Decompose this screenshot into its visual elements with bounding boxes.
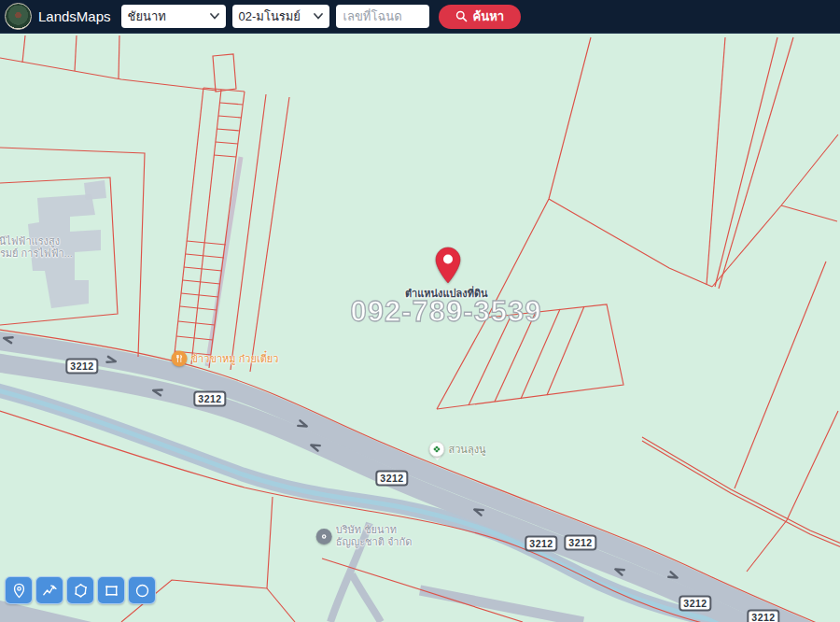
navbar: LandsMaps ชัยนาท 02-มโนรมย์ ค้นหา bbox=[0, 0, 840, 34]
park-icon bbox=[428, 442, 444, 458]
poi-garden[interactable]: สวนลุงนู bbox=[428, 442, 485, 458]
landsmaps-logo bbox=[5, 3, 32, 30]
district-select-value: 02-มโนรมย์ bbox=[239, 7, 301, 26]
measure-line-icon bbox=[41, 582, 59, 600]
road-number-badge: 3212 bbox=[679, 596, 711, 612]
poi-label: ข้าวขาหมู ก๋วยเตี๋ยว bbox=[191, 353, 279, 365]
circle-icon bbox=[133, 582, 151, 600]
parcel-boundaries bbox=[0, 35, 840, 622]
map-toolbar bbox=[5, 576, 156, 604]
poi-label: สวนลุงนู bbox=[448, 444, 485, 456]
chevron-down-icon bbox=[314, 13, 323, 20]
deed-number-input[interactable] bbox=[336, 5, 429, 28]
road-number-badge: 3212 bbox=[65, 359, 98, 375]
brand-title: LandsMaps bbox=[38, 8, 111, 24]
road-number-badge: 3212 bbox=[525, 536, 557, 552]
poi-restaurant[interactable]: ข้าวขาหมู ก๋วยเตี๋ยว bbox=[172, 351, 279, 367]
poi-label: บริษัท ชัยนาทธัญญะชาติ จำกัด bbox=[336, 524, 413, 548]
road-number-badge: 3212 bbox=[193, 391, 226, 407]
poi-label: สถานีไฟฟ้าแรงสูงมโนรมย์ การไฟฟ้า... bbox=[0, 235, 73, 260]
tool-measure-button[interactable] bbox=[35, 576, 63, 604]
road-number-badge: 3212 bbox=[375, 471, 408, 487]
company-icon bbox=[316, 529, 332, 544]
poi-company[interactable]: บริษัท ชัยนาทธัญญะชาติ จำกัด bbox=[316, 524, 413, 548]
road-number-badge: 3212 bbox=[747, 610, 779, 622]
poi-power-station[interactable]: สถานีไฟฟ้าแรงสูงมโนรมย์ การไฟฟ้า... bbox=[0, 235, 73, 260]
district-select[interactable]: 02-มโนรมย์ bbox=[232, 5, 329, 28]
location-pin-icon bbox=[434, 247, 462, 284]
watermark-phone: 092-789-3539 bbox=[350, 295, 541, 329]
pin-icon bbox=[10, 582, 28, 600]
road-number-badge: 3212 bbox=[564, 535, 596, 551]
tool-rectangle-button[interactable] bbox=[97, 576, 125, 604]
search-icon bbox=[455, 10, 468, 22]
search-button-label: ค้นหา bbox=[473, 7, 504, 26]
search-button[interactable]: ค้นหา bbox=[439, 5, 521, 29]
province-select[interactable]: ชัยนาท bbox=[121, 5, 226, 28]
chevron-down-icon bbox=[210, 13, 219, 20]
tool-marker-button[interactable] bbox=[5, 576, 33, 604]
strip-lane bbox=[207, 157, 241, 366]
restaurant-icon bbox=[172, 351, 188, 367]
map-canvas[interactable]: 3212321232123212321232123212 สถานีไฟฟ้าแ… bbox=[0, 0, 840, 622]
province-select-value: ชัยนาท bbox=[128, 7, 166, 26]
tool-circle-button[interactable] bbox=[128, 576, 156, 604]
rectangle-icon bbox=[103, 582, 120, 600]
polygon-icon bbox=[72, 582, 90, 600]
tool-polygon-button[interactable] bbox=[66, 576, 94, 604]
